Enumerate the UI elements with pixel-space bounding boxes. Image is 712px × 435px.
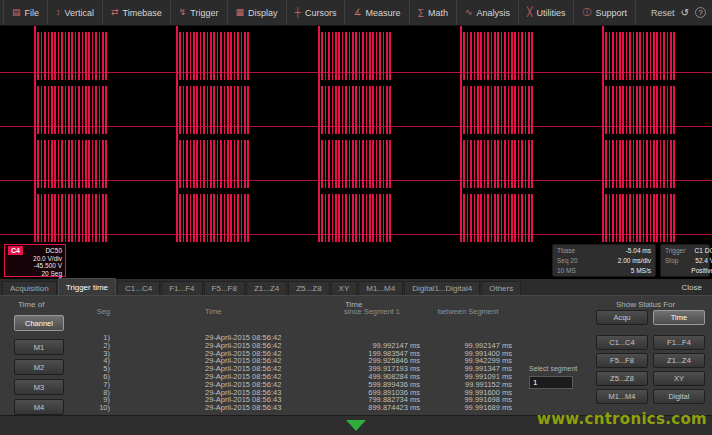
timebase-delay: -5.04 ms <box>601 247 651 254</box>
menu-item-file[interactable]: ▤File <box>3 0 48 25</box>
burst-spike <box>176 79 178 86</box>
waveform-burst-segment-2 <box>176 32 250 80</box>
table-rows: 1)29-April-2015 08:56:422)29-April-2015 … <box>78 334 523 412</box>
trigger-slope: Positive <box>691 267 712 274</box>
burst-spike <box>176 133 178 140</box>
trigger-label: Trigger <box>665 247 685 254</box>
table-row: 4)29-April-2015 08:56:42299.925846 ms99.… <box>78 357 523 365</box>
select-segment-input[interactable] <box>529 376 573 389</box>
burst-spike <box>460 26 462 32</box>
tab-xy[interactable]: XY <box>331 281 358 295</box>
m1-button[interactable]: M1 <box>14 339 64 355</box>
waveform-burst-segment-10 <box>602 86 676 134</box>
tab-acquisition[interactable]: Acquisition <box>2 281 57 295</box>
channel-descriptor[interactable]: C4 DC50 20.0 V/div -45.500 V 20 Seg <box>4 244 66 277</box>
status-button-time[interactable]: Time <box>653 310 705 325</box>
menu-item-timebase[interactable]: ⇄Timebase <box>103 0 171 25</box>
segment-time-table: SegTimesince Segment 1between Segment 1)… <box>78 307 523 412</box>
menu-item-analysis[interactable]: ∿Analysis <box>457 0 519 25</box>
status-button-z5-z8[interactable]: Z5...Z8 <box>596 371 648 386</box>
m2-button[interactable]: M2 <box>14 359 64 375</box>
table-row: 10)29-April-2015 08:56:43899.874423 ms99… <box>78 404 523 412</box>
hide-dialog-arrow-icon[interactable] <box>346 420 366 431</box>
menu-item-math[interactable]: ∑Math <box>410 0 457 25</box>
file-icon: ▤ <box>12 8 21 17</box>
burst-spike <box>318 26 320 32</box>
cursors-icon: ┼ <box>295 8 301 17</box>
table-row: 7)29-April-2015 08:56:42599.899436 ms99.… <box>78 381 523 389</box>
burst-spike <box>34 187 36 194</box>
tab-m1-m4[interactable]: M1...M4 <box>358 281 403 295</box>
col-header-time: Time <box>205 307 221 316</box>
status-button-c1-c4[interactable]: C1...C4 <box>596 335 648 350</box>
channel-offset: -45.500 V <box>8 262 62 269</box>
menu-item-label: Support <box>595 8 627 18</box>
tab-others[interactable]: Others <box>481 281 521 295</box>
tab-c1-c4[interactable]: C1...C4 <box>117 281 160 295</box>
help-icon[interactable]: ? <box>695 7 706 18</box>
trigger-source: C1 DC <box>691 247 712 254</box>
burst-spike <box>34 79 36 86</box>
m3-button[interactable]: M3 <box>14 379 64 395</box>
status-button-digital[interactable]: Digital <box>653 389 705 404</box>
waveform-burst-segment-13 <box>318 140 392 188</box>
burst-spike <box>318 133 320 140</box>
burst-spike <box>602 133 604 140</box>
waveform-burst-segment-12 <box>176 140 250 188</box>
channel-coupling: DC50 <box>45 247 62 254</box>
close-button[interactable]: Close <box>682 283 712 295</box>
menu-item-utilities[interactable]: ╳Utilities <box>519 0 574 25</box>
menu-item-label: Vertical <box>65 8 95 18</box>
trigger-time: 29-April-2015 08:56:43 <box>205 404 355 412</box>
col-header-seg: Seg <box>78 307 114 316</box>
status-button-f5-f8[interactable]: F5...F8 <box>596 353 648 368</box>
menu-item-vertical[interactable]: ↕Vertical <box>48 0 103 25</box>
menu-bar: ▤File↕Vertical⇄Timebase↯Trigger▦Display┼… <box>0 0 712 26</box>
waveform-area[interactable] <box>0 26 712 242</box>
analysis-icon: ∿ <box>465 8 473 17</box>
since-segment1-value: 899.874423 ms <box>355 404 420 412</box>
menu-item-cursors[interactable]: ┼Cursors <box>287 0 346 25</box>
menu-item-label: Trigger <box>190 8 218 18</box>
waveform-burst-segment-3 <box>318 32 392 80</box>
between-segments-value: 99.991689 ms <box>420 404 512 412</box>
m4-button[interactable]: M4 <box>14 399 64 415</box>
time-of-group-label: Time of <box>18 300 44 309</box>
table-row: 1)29-April-2015 08:56:42 <box>78 334 523 342</box>
support-icon: ⓘ <box>582 8 591 17</box>
tab-trigger-time[interactable]: Trigger time <box>58 278 116 295</box>
descriptor-bar: C4 DC50 20.0 V/div -45.500 V 20 Seg Tbas… <box>0 242 712 279</box>
burst-spike <box>176 187 178 194</box>
menu-item-display[interactable]: ▦Display <box>228 0 287 25</box>
status-button-xy[interactable]: XY <box>653 371 705 386</box>
tab-f1-f4[interactable]: F1...F4 <box>161 281 202 295</box>
reset-icon[interactable]: ↺ <box>681 7 689 18</box>
timebase-descriptor[interactable]: Tbase -5.04 ms Seq 20 2.00 ms/div 10 MS … <box>552 244 656 277</box>
dialog-tabs: AcquisitionTrigger timeC1...C4F1...F4F5.… <box>2 278 522 295</box>
trigger-level: 52.4 V <box>691 257 712 264</box>
menu-item-trigger[interactable]: ↯Trigger <box>171 0 228 25</box>
reset-button[interactable]: Reset <box>651 8 675 18</box>
tab-f5-f8[interactable]: F5...F8 <box>204 281 245 295</box>
burst-spike <box>460 133 462 140</box>
tab-digital1-digital4[interactable]: Digital1...Digital4 <box>404 281 480 295</box>
trigger-descriptor[interactable]: Trigger C1 DC Stop 52.4 V Positive <box>660 244 710 277</box>
tab-z1-z4[interactable]: Z1...Z4 <box>246 281 287 295</box>
waveform-burst-segment-1 <box>34 32 108 80</box>
tab-z5-z8[interactable]: Z5...Z8 <box>288 281 329 295</box>
burst-spike <box>460 187 462 194</box>
status-button-m1-m4[interactable]: M1...M4 <box>596 389 648 404</box>
status-button-f1-f4[interactable]: F1...F4 <box>653 335 705 350</box>
waveform-burst-segment-9 <box>460 86 534 134</box>
menu-item-measure[interactable]: ∡Measure <box>345 0 409 25</box>
menu-item-support[interactable]: ⓘSupport <box>574 0 636 25</box>
table-row: 8)29-April-2015 08:56:43699.891036 ms99.… <box>78 389 523 397</box>
timebase-mode: Seq 20 <box>557 257 595 264</box>
channel-button[interactable]: Channel <box>14 315 64 331</box>
status-panel-label: Show Status For <box>616 300 675 309</box>
waveform-burst-segment-7 <box>176 86 250 134</box>
status-button-acqu[interactable]: Acqu <box>596 310 648 325</box>
status-button-z1-z4[interactable]: Z1...Z4 <box>653 353 705 368</box>
burst-spike <box>602 26 604 32</box>
waveform-burst-segment-17 <box>176 194 250 242</box>
